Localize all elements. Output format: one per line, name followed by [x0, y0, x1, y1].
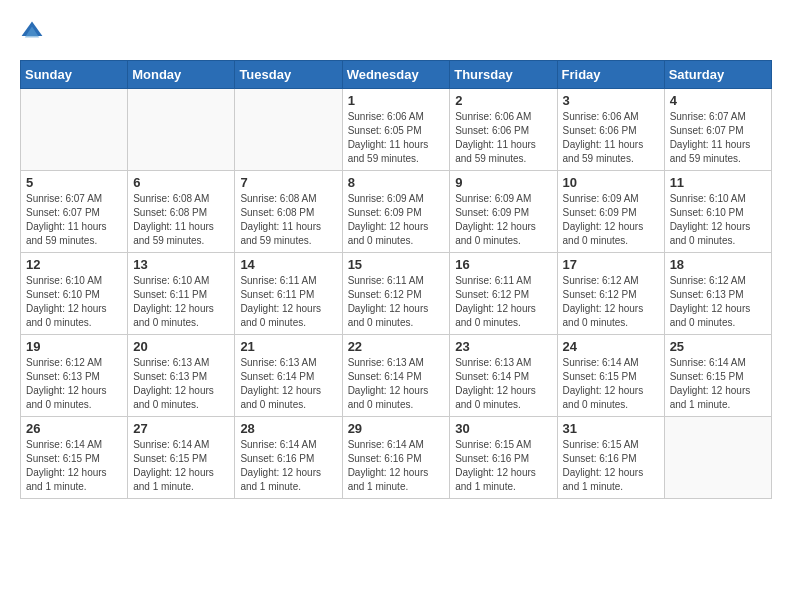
day-number: 16	[455, 257, 551, 272]
calendar-cell: 10Sunrise: 6:09 AM Sunset: 6:09 PM Dayli…	[557, 171, 664, 253]
day-number: 28	[240, 421, 336, 436]
calendar-cell: 14Sunrise: 6:11 AM Sunset: 6:11 PM Dayli…	[235, 253, 342, 335]
logo	[20, 20, 48, 44]
day-number: 11	[670, 175, 766, 190]
calendar-cell: 13Sunrise: 6:10 AM Sunset: 6:11 PM Dayli…	[128, 253, 235, 335]
day-info: Sunrise: 6:14 AM Sunset: 6:15 PM Dayligh…	[563, 356, 659, 412]
day-info: Sunrise: 6:14 AM Sunset: 6:15 PM Dayligh…	[133, 438, 229, 494]
day-info: Sunrise: 6:15 AM Sunset: 6:16 PM Dayligh…	[563, 438, 659, 494]
day-number: 8	[348, 175, 445, 190]
calendar-cell: 15Sunrise: 6:11 AM Sunset: 6:12 PM Dayli…	[342, 253, 450, 335]
day-number: 12	[26, 257, 122, 272]
day-info: Sunrise: 6:11 AM Sunset: 6:12 PM Dayligh…	[455, 274, 551, 330]
calendar-cell: 23Sunrise: 6:13 AM Sunset: 6:14 PM Dayli…	[450, 335, 557, 417]
day-info: Sunrise: 6:10 AM Sunset: 6:10 PM Dayligh…	[670, 192, 766, 248]
day-info: Sunrise: 6:12 AM Sunset: 6:12 PM Dayligh…	[563, 274, 659, 330]
day-number: 21	[240, 339, 336, 354]
day-number: 24	[563, 339, 659, 354]
calendar-cell: 12Sunrise: 6:10 AM Sunset: 6:10 PM Dayli…	[21, 253, 128, 335]
calendar-cell: 24Sunrise: 6:14 AM Sunset: 6:15 PM Dayli…	[557, 335, 664, 417]
calendar-cell	[21, 89, 128, 171]
day-info: Sunrise: 6:13 AM Sunset: 6:14 PM Dayligh…	[348, 356, 445, 412]
day-info: Sunrise: 6:10 AM Sunset: 6:10 PM Dayligh…	[26, 274, 122, 330]
calendar-cell: 29Sunrise: 6:14 AM Sunset: 6:16 PM Dayli…	[342, 417, 450, 499]
calendar-cell: 8Sunrise: 6:09 AM Sunset: 6:09 PM Daylig…	[342, 171, 450, 253]
day-number: 4	[670, 93, 766, 108]
day-number: 22	[348, 339, 445, 354]
calendar-cell: 16Sunrise: 6:11 AM Sunset: 6:12 PM Dayli…	[450, 253, 557, 335]
day-info: Sunrise: 6:12 AM Sunset: 6:13 PM Dayligh…	[26, 356, 122, 412]
calendar-cell: 21Sunrise: 6:13 AM Sunset: 6:14 PM Dayli…	[235, 335, 342, 417]
day-number: 18	[670, 257, 766, 272]
calendar-cell: 19Sunrise: 6:12 AM Sunset: 6:13 PM Dayli…	[21, 335, 128, 417]
calendar-cell: 26Sunrise: 6:14 AM Sunset: 6:15 PM Dayli…	[21, 417, 128, 499]
day-number: 15	[348, 257, 445, 272]
day-info: Sunrise: 6:11 AM Sunset: 6:11 PM Dayligh…	[240, 274, 336, 330]
logo-icon	[20, 20, 44, 44]
calendar-cell: 22Sunrise: 6:13 AM Sunset: 6:14 PM Dayli…	[342, 335, 450, 417]
day-info: Sunrise: 6:14 AM Sunset: 6:15 PM Dayligh…	[670, 356, 766, 412]
calendar-cell: 5Sunrise: 6:07 AM Sunset: 6:07 PM Daylig…	[21, 171, 128, 253]
day-info: Sunrise: 6:09 AM Sunset: 6:09 PM Dayligh…	[455, 192, 551, 248]
calendar-cell: 18Sunrise: 6:12 AM Sunset: 6:13 PM Dayli…	[664, 253, 771, 335]
calendar-table: SundayMondayTuesdayWednesdayThursdayFrid…	[20, 60, 772, 499]
calendar-week-row: 26Sunrise: 6:14 AM Sunset: 6:15 PM Dayli…	[21, 417, 772, 499]
day-info: Sunrise: 6:11 AM Sunset: 6:12 PM Dayligh…	[348, 274, 445, 330]
calendar-cell: 27Sunrise: 6:14 AM Sunset: 6:15 PM Dayli…	[128, 417, 235, 499]
calendar-cell: 30Sunrise: 6:15 AM Sunset: 6:16 PM Dayli…	[450, 417, 557, 499]
day-info: Sunrise: 6:13 AM Sunset: 6:14 PM Dayligh…	[455, 356, 551, 412]
calendar-cell: 1Sunrise: 6:06 AM Sunset: 6:05 PM Daylig…	[342, 89, 450, 171]
day-info: Sunrise: 6:06 AM Sunset: 6:06 PM Dayligh…	[455, 110, 551, 166]
day-number: 6	[133, 175, 229, 190]
calendar-cell: 20Sunrise: 6:13 AM Sunset: 6:13 PM Dayli…	[128, 335, 235, 417]
page-header	[20, 20, 772, 44]
day-info: Sunrise: 6:14 AM Sunset: 6:15 PM Dayligh…	[26, 438, 122, 494]
day-info: Sunrise: 6:06 AM Sunset: 6:06 PM Dayligh…	[563, 110, 659, 166]
day-info: Sunrise: 6:07 AM Sunset: 6:07 PM Dayligh…	[670, 110, 766, 166]
day-number: 5	[26, 175, 122, 190]
day-number: 9	[455, 175, 551, 190]
day-info: Sunrise: 6:14 AM Sunset: 6:16 PM Dayligh…	[348, 438, 445, 494]
day-info: Sunrise: 6:13 AM Sunset: 6:13 PM Dayligh…	[133, 356, 229, 412]
calendar-cell	[235, 89, 342, 171]
calendar-week-row: 5Sunrise: 6:07 AM Sunset: 6:07 PM Daylig…	[21, 171, 772, 253]
day-number: 20	[133, 339, 229, 354]
day-number: 27	[133, 421, 229, 436]
day-info: Sunrise: 6:06 AM Sunset: 6:05 PM Dayligh…	[348, 110, 445, 166]
day-number: 26	[26, 421, 122, 436]
calendar-week-row: 1Sunrise: 6:06 AM Sunset: 6:05 PM Daylig…	[21, 89, 772, 171]
calendar-cell: 6Sunrise: 6:08 AM Sunset: 6:08 PM Daylig…	[128, 171, 235, 253]
day-number: 17	[563, 257, 659, 272]
calendar-cell: 17Sunrise: 6:12 AM Sunset: 6:12 PM Dayli…	[557, 253, 664, 335]
calendar-cell: 9Sunrise: 6:09 AM Sunset: 6:09 PM Daylig…	[450, 171, 557, 253]
day-info: Sunrise: 6:09 AM Sunset: 6:09 PM Dayligh…	[348, 192, 445, 248]
day-header-sunday: Sunday	[21, 61, 128, 89]
calendar-week-row: 19Sunrise: 6:12 AM Sunset: 6:13 PM Dayli…	[21, 335, 772, 417]
day-info: Sunrise: 6:14 AM Sunset: 6:16 PM Dayligh…	[240, 438, 336, 494]
day-info: Sunrise: 6:09 AM Sunset: 6:09 PM Dayligh…	[563, 192, 659, 248]
day-info: Sunrise: 6:10 AM Sunset: 6:11 PM Dayligh…	[133, 274, 229, 330]
day-header-monday: Monday	[128, 61, 235, 89]
day-info: Sunrise: 6:07 AM Sunset: 6:07 PM Dayligh…	[26, 192, 122, 248]
day-number: 13	[133, 257, 229, 272]
calendar-cell: 31Sunrise: 6:15 AM Sunset: 6:16 PM Dayli…	[557, 417, 664, 499]
day-info: Sunrise: 6:12 AM Sunset: 6:13 PM Dayligh…	[670, 274, 766, 330]
day-header-tuesday: Tuesday	[235, 61, 342, 89]
calendar-cell: 25Sunrise: 6:14 AM Sunset: 6:15 PM Dayli…	[664, 335, 771, 417]
calendar-cell: 3Sunrise: 6:06 AM Sunset: 6:06 PM Daylig…	[557, 89, 664, 171]
day-number: 23	[455, 339, 551, 354]
day-header-wednesday: Wednesday	[342, 61, 450, 89]
calendar-cell	[664, 417, 771, 499]
day-number: 31	[563, 421, 659, 436]
day-info: Sunrise: 6:08 AM Sunset: 6:08 PM Dayligh…	[240, 192, 336, 248]
day-info: Sunrise: 6:08 AM Sunset: 6:08 PM Dayligh…	[133, 192, 229, 248]
calendar-header-row: SundayMondayTuesdayWednesdayThursdayFrid…	[21, 61, 772, 89]
day-number: 30	[455, 421, 551, 436]
day-number: 3	[563, 93, 659, 108]
day-number: 10	[563, 175, 659, 190]
day-number: 14	[240, 257, 336, 272]
calendar-cell: 2Sunrise: 6:06 AM Sunset: 6:06 PM Daylig…	[450, 89, 557, 171]
day-number: 25	[670, 339, 766, 354]
calendar-cell: 4Sunrise: 6:07 AM Sunset: 6:07 PM Daylig…	[664, 89, 771, 171]
calendar-week-row: 12Sunrise: 6:10 AM Sunset: 6:10 PM Dayli…	[21, 253, 772, 335]
